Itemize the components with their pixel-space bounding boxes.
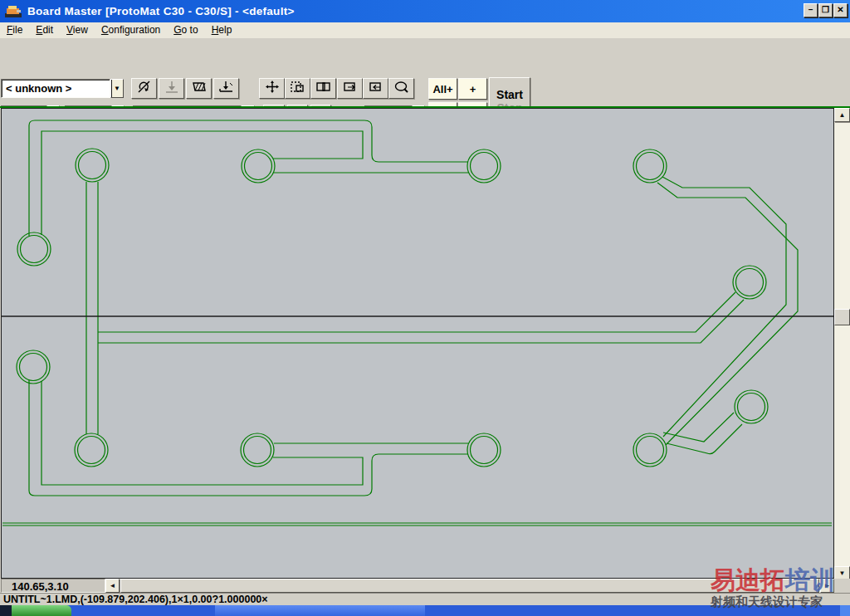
menu-bar: FileEditViewConfigurationGo toHelp [0,22,850,38]
drill-pad [76,149,109,182]
export-block-icon [341,80,359,97]
isolation-trace [29,120,468,236]
vertical-scrollbar[interactable]: ▲ ▼ [834,108,850,581]
menu-item-help[interactable]: Help [205,22,239,38]
tool-down-button[interactable] [213,78,239,99]
menu-item-edit[interactable]: Edit [29,22,60,38]
drill-pad [78,437,105,464]
import-block-button[interactable] [363,78,388,99]
drill-pad [467,433,501,467]
cursor-position-cell: 140.65,3.10 [1,579,105,593]
drill-pad [637,437,664,464]
system-tray [840,605,850,616]
zoom-button[interactable] [388,78,414,99]
drill-pad [20,354,47,381]
toolbar: < unknown > ▼ All+ + All- - Start Stop ▲… [0,38,850,106]
drill-pad [736,269,764,296]
taskbar-task-button[interactable] [215,605,425,616]
zoom-icon [393,80,411,97]
drill-pad [242,149,275,183]
status-bar: UNTITL~1.LMD,(-109.879,202.406),1×1,0.00… [0,593,850,605]
drill-pad [637,153,664,180]
app-icon [4,4,22,18]
horizontal-scroll-thumb[interactable] [120,579,819,593]
scroll-up-icon[interactable]: ▲ [834,108,850,122]
drill-pad [733,266,766,299]
tool-drop-icon [163,80,181,97]
drill-pad [241,433,274,467]
scroll-left-icon[interactable]: ◄ [105,579,120,593]
isolation-trace [98,292,735,332]
rotate-tool-icon [135,80,154,97]
minimize-button[interactable]: – [804,3,818,17]
chevron-down-icon[interactable]: ▼ [110,79,124,98]
isolation-trace [662,177,786,437]
taskbar-corner [0,605,12,616]
drill-pad [467,149,501,183]
drill-pad [633,433,667,467]
rubout-area-button[interactable] [186,78,212,99]
isolation-trace [29,380,468,496]
drill-pad [17,232,51,266]
copy-selection-button[interactable] [285,78,310,99]
title-bar: Board Master [ProtoMat C30 - C30/S] - <d… [0,0,850,22]
drill-pad [75,433,108,467]
tool-drop-button[interactable] [159,78,184,99]
duplicate-button[interactable] [310,78,336,99]
start-menu-button[interactable] [12,605,71,616]
scrollbar-corner [834,579,850,593]
tool-head-select[interactable]: < unknown > ▼ [1,79,124,98]
isolation-trace [42,131,363,235]
menu-item-file[interactable]: File [0,22,29,38]
start-label: Start [496,88,523,101]
copy-selection-icon [289,80,307,97]
plus-button[interactable]: + [458,78,487,100]
drill-pad [735,390,768,423]
isolation-trace [667,424,742,454]
drill-pad [244,437,271,464]
pcb-layout [2,109,833,578]
scroll-right-icon[interactable]: ► [820,579,834,593]
vertical-scroll-thumb[interactable] [834,309,850,325]
isolation-trace [98,300,744,343]
move-icon [263,80,281,97]
taskbar [0,605,850,616]
menu-item-configuration[interactable]: Configuration [95,22,167,38]
drill-pad [79,152,106,179]
drill-pad [738,394,765,421]
drill-pad [21,236,48,263]
close-button[interactable]: ✕ [833,3,848,17]
drill-pad [245,153,272,180]
horizontal-scrollbar[interactable]: ◄ ► [105,579,834,593]
rotate-tool-button[interactable] [131,78,157,99]
isolation-trace [657,183,798,445]
restore-button[interactable]: ❐ [818,3,833,17]
window-title: Board Master [ProtoMat C30 - C30/S] - <d… [27,5,295,17]
move-button[interactable] [259,78,285,99]
drill-pad [17,350,50,384]
all-plus-button[interactable]: All+ [428,78,457,100]
menu-item-go-to[interactable]: Go to [167,22,204,38]
export-block-button[interactable] [337,78,363,99]
menu-item-view[interactable]: View [60,22,95,38]
import-block-icon [367,80,385,97]
drill-pad [471,437,498,464]
tool-head-select-value: < unknown > [1,79,110,98]
tool-down-icon [217,80,236,97]
drill-pad [471,153,498,180]
duplicate-icon [315,80,333,97]
drill-pad [633,149,667,183]
rubout-area-icon [190,80,208,97]
board-canvas[interactable] [1,108,834,579]
